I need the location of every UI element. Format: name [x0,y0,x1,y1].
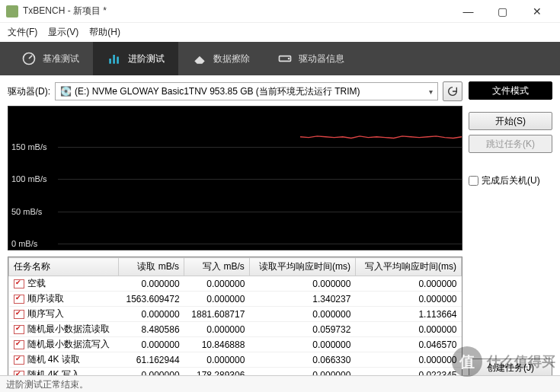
task-name-cell: 随机最小数据流读取 [9,322,119,337]
svg-rect-3 [117,57,119,64]
check-icon [14,340,24,349]
col-read[interactable]: 读取 mB/s [119,258,184,276]
window-title: TxBENCH - 新项目 * [23,5,451,18]
tab-label: 进阶测试 [128,53,165,65]
throughput-chart: 0 mB/s50 mB/s100 mB/s150 mB/s [8,106,462,250]
tab-label: 数据擦除 [213,53,250,65]
drive-label: 驱动器(D): [8,85,50,98]
gauge-icon [21,51,37,66]
check-icon [14,295,24,304]
write-cell: 1881.608717 [184,307,250,322]
refresh-icon [446,85,459,97]
table-row[interactable]: 随机最小数据流写入0.00000010.8468880.0000000.0465… [9,337,462,352]
check-icon [14,310,24,319]
shutdown-label: 完成后关机(U) [482,174,540,187]
tab-label: 驱动器信息 [299,53,344,65]
read-cell: 61.162944 [119,352,184,368]
write-resp-cell: 0.046570 [355,337,461,352]
check-icon [14,355,24,365]
tab-erase[interactable]: 数据擦除 [178,42,264,75]
col-read-resp[interactable]: 读取平均响应时间(ms) [249,258,355,276]
close-button[interactable]: ✕ [520,0,554,23]
read-resp-cell: 0.000000 [249,276,355,292]
status-bar: 进阶测试正常结束。 [0,375,560,392]
write-cell: 0.000000 [184,352,250,368]
write-resp-cell: 0.000000 [355,276,461,292]
write-cell: 0.000000 [184,322,250,337]
table-row[interactable]: 随机 4K 读取61.1629440.0000000.0663300.00000… [9,352,462,368]
results-table[interactable]: 任务名称 读取 mB/s 写入 mB/s 读取平均响应时间(ms) 写入平均响应… [8,257,462,377]
write-resp-cell: 1.113664 [355,307,461,322]
task-name-cell: 随机 4K 读取 [9,352,119,368]
tab-label: 基准测试 [43,53,79,65]
read-resp-cell: 0.066330 [249,352,355,368]
svg-rect-2 [113,55,115,64]
read-cell: 0.000000 [119,276,184,292]
start-button[interactable]: 开始(S) [469,112,552,130]
read-resp-cell: 0.000000 [249,337,355,352]
table-row[interactable]: 顺序写入0.0000001881.6087170.0000001.113664 [9,307,462,322]
skip-task-button[interactable]: 跳过任务(K) [469,135,552,153]
drive-icon [277,51,293,66]
write-resp-cell: 0.000000 [355,352,461,368]
app-icon [6,5,18,18]
menu-bar: 文件(F) 显示(V) 帮助(H) [0,23,560,42]
table-row[interactable]: 空载0.0000000.0000000.0000000.000000 [9,276,462,292]
write-resp-cell: 0.000000 [355,322,461,337]
drive-select[interactable]: 💽 (E:) NVMe GLOWAY Basic1TNV 953.85 GB (… [55,82,438,100]
read-cell: 0.000000 [119,307,184,322]
read-cell: 1563.609472 [119,292,184,307]
read-cell: 0.000000 [119,337,184,352]
write-cell: 0.000000 [184,292,250,307]
read-resp-cell: 0.059732 [249,322,355,337]
menu-view[interactable]: 显示(V) [48,26,78,39]
task-name-cell: 随机最小数据流写入 [9,337,119,352]
task-name-cell: 顺序读取 [9,292,119,307]
tab-bar: 基准测试 进阶测试 数据擦除 驱动器信息 [0,42,560,75]
write-cell: 10.846888 [184,337,250,352]
maximize-button[interactable]: ▢ [485,0,520,23]
table-row[interactable]: 顺序读取1563.6094720.0000001.3402370.000000 [9,292,462,307]
check-icon [14,279,24,288]
read-resp-cell: 0.000000 [249,307,355,322]
file-mode-button[interactable]: 文件模式 [469,81,552,100]
col-write-resp[interactable]: 写入平均响应时间(ms) [355,258,461,276]
col-task[interactable]: 任务名称 [9,258,119,276]
tab-basic-test[interactable]: 基准测试 [8,42,93,75]
col-write[interactable]: 写入 mB/s [184,258,250,276]
svg-point-5 [288,58,290,60]
minimize-button[interactable]: — [451,0,485,23]
task-name-cell: 顺序写入 [9,307,119,322]
disk-icon: 💽 [60,86,72,97]
chevron-down-icon: ▾ [429,88,433,96]
svg-rect-1 [109,59,111,64]
menu-file[interactable]: 文件(F) [8,26,37,39]
task-name-cell: 空载 [9,276,119,292]
menu-help[interactable]: 帮助(H) [89,26,120,39]
write-resp-cell: 0.000000 [355,292,461,307]
check-icon [14,325,24,334]
bar-chart-icon [107,51,122,66]
read-resp-cell: 1.340237 [249,292,355,307]
status-text: 进阶测试正常结束。 [6,379,88,390]
eraser-icon [192,51,207,66]
create-task-button[interactable]: 创建任务(J) [469,359,552,377]
drive-selected-text: (E:) NVMe GLOWAY Basic1TNV 953.85 GB (当前… [75,85,360,98]
write-cell: 0.000000 [184,276,250,292]
shutdown-checkbox[interactable] [469,176,478,186]
read-cell: 8.480586 [119,322,184,337]
table-row[interactable]: 随机最小数据流读取8.4805860.0000000.0597320.00000… [9,322,462,337]
refresh-button[interactable] [443,81,462,101]
tab-advanced-test[interactable]: 进阶测试 [93,42,178,75]
tab-driver-info[interactable]: 驱动器信息 [264,42,358,75]
